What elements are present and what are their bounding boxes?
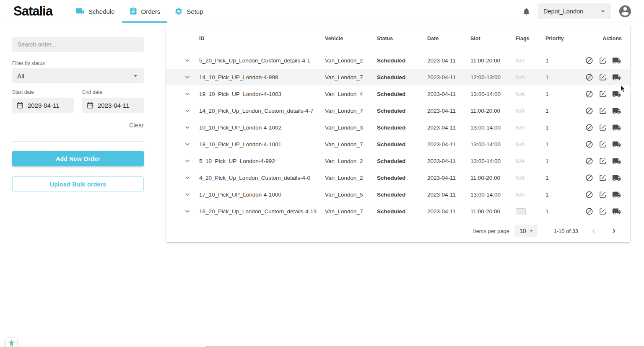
dropdown-arrow-icon	[599, 7, 607, 16]
actions-cell	[584, 207, 630, 216]
slot-cell: 11:00-20:00	[470, 175, 516, 181]
user-avatar-icon[interactable]	[618, 4, 632, 18]
actions-cell	[584, 106, 630, 115]
edit-order-icon[interactable]	[599, 140, 607, 149]
edit-order-icon[interactable]	[599, 73, 607, 82]
column-header-vehicle: Vehicle	[325, 36, 377, 41]
start-date-input[interactable]: 2023-04-11	[12, 98, 74, 113]
row-expand-chevron-icon[interactable]	[183, 56, 192, 65]
end-date-input[interactable]: 2023-04-11	[82, 98, 144, 113]
date-cell: 2023-04-11	[427, 108, 470, 114]
cancel-order-icon[interactable]	[585, 56, 593, 65]
tab-setup-label: Setup	[187, 8, 203, 15]
row-expand-chevron-icon[interactable]	[183, 140, 192, 148]
flags-cell: N/A	[516, 57, 545, 64]
row-expand-chevron-icon[interactable]	[183, 90, 192, 98]
start-date-value: 2023-04-11	[28, 102, 60, 109]
previous-page-icon[interactable]	[589, 226, 598, 236]
assign-vehicle-icon[interactable]	[612, 174, 621, 182]
flags-cell: N/A	[516, 124, 545, 131]
tab-orders-label: Orders	[141, 8, 161, 15]
status-cell: Scheduled	[377, 108, 427, 114]
assign-vehicle-icon[interactable]	[612, 157, 621, 166]
tab-setup[interactable]: Setup	[167, 0, 210, 23]
cancel-order-icon[interactable]	[585, 106, 593, 115]
edit-order-icon[interactable]	[599, 174, 607, 182]
edit-order-icon[interactable]	[599, 123, 607, 132]
search-order-input[interactable]	[12, 37, 144, 52]
top-bar: Satalia Schedule Orders Setup Depot_Lond…	[0, 0, 644, 23]
accessibility-widget[interactable]	[6, 338, 17, 347]
assign-vehicle-icon[interactable]	[612, 73, 621, 82]
edit-order-icon[interactable]	[599, 106, 607, 115]
cancel-order-icon[interactable]	[585, 123, 593, 132]
edit-order-icon[interactable]	[599, 207, 607, 216]
row-expand-chevron-icon[interactable]	[183, 174, 192, 182]
assign-vehicle-icon[interactable]	[612, 90, 621, 98]
add-new-order-button[interactable]: Add New Order	[12, 151, 144, 166]
cancel-order-icon[interactable]	[585, 190, 593, 199]
slot-cell: 12:00-13:00	[470, 74, 516, 80]
vehicle-cell: Van_London_5	[325, 192, 377, 198]
cancel-order-icon[interactable]	[585, 174, 593, 182]
table-row: 19_10_Pick_UP_London-4-1003 Van_London_4…	[166, 85, 630, 102]
status-filter-select[interactable]: All	[12, 68, 144, 83]
assign-vehicle-icon[interactable]	[612, 207, 621, 216]
main-nav: Schedule Orders Setup	[68, 0, 210, 23]
row-expand-chevron-icon[interactable]	[183, 157, 192, 165]
slot-cell: 11:00-20:00	[470, 57, 516, 64]
upload-bulk-orders-button[interactable]: Upload Bulk orders	[12, 176, 144, 192]
priority-cell: 1	[545, 108, 584, 114]
edit-order-icon[interactable]	[599, 56, 607, 65]
assign-vehicle-icon[interactable]	[612, 56, 621, 65]
flags-cell: N/A	[516, 74, 545, 80]
date-range-filters: Start date 2023-04-11 End date 2023-04-1…	[12, 89, 144, 113]
assign-vehicle-icon[interactable]	[612, 123, 621, 132]
flags-value: ...	[516, 208, 526, 215]
actions-cell	[584, 123, 630, 132]
row-expand-chevron-icon[interactable]	[183, 73, 192, 81]
flags-cell: N/A	[516, 175, 545, 181]
priority-cell: 1	[545, 91, 584, 97]
column-header-flags: Flags	[516, 36, 545, 41]
clear-filters-link[interactable]: Clear	[129, 122, 144, 129]
cancel-order-icon[interactable]	[585, 157, 593, 166]
row-expand-chevron-icon[interactable]	[183, 207, 192, 215]
row-expand-chevron-icon[interactable]	[183, 106, 192, 115]
status-filter-value: All	[17, 73, 24, 80]
status-cell: Scheduled	[377, 57, 427, 64]
cancel-order-icon[interactable]	[585, 140, 593, 149]
order-id-cell: 5_20_Pick_Up_London_Custom_details-4-1	[199, 57, 325, 64]
status-cell: Scheduled	[377, 208, 427, 215]
notification-bell-icon[interactable]	[522, 7, 531, 16]
edit-order-icon[interactable]	[599, 190, 607, 199]
flags-value: N/A	[516, 108, 525, 114]
order-id-cell: 17_10_Pick_UP_London-4-1000	[199, 192, 325, 198]
vehicle-cell: Van_London_7	[325, 74, 377, 80]
cancel-order-icon[interactable]	[585, 207, 593, 216]
cancel-order-icon[interactable]	[585, 73, 593, 82]
items-per-page-select[interactable]: 10	[514, 225, 538, 237]
vehicle-cell: Van_London_7	[325, 208, 377, 215]
assign-vehicle-icon[interactable]	[612, 190, 621, 199]
actions-cell	[584, 56, 630, 65]
depot-selector[interactable]: Depot_London	[538, 3, 611, 19]
next-page-icon[interactable]	[609, 226, 618, 236]
cancel-order-icon[interactable]	[585, 90, 593, 98]
edit-order-icon[interactable]	[599, 157, 607, 166]
assign-vehicle-icon[interactable]	[612, 106, 621, 115]
actions-cell	[584, 140, 630, 149]
tab-schedule[interactable]: Schedule	[68, 0, 122, 23]
orders-clipboard-icon	[129, 7, 138, 16]
assign-vehicle-icon[interactable]	[612, 140, 621, 149]
row-expand-chevron-icon[interactable]	[183, 123, 192, 132]
items-per-page-value: 10	[519, 228, 526, 234]
table-row: 5_20_Pick_Up_London_Custom_details-4-1 V…	[166, 52, 630, 69]
vehicle-cell: Van_London_2	[325, 158, 377, 164]
tab-orders[interactable]: Orders	[122, 0, 168, 23]
status-cell: Scheduled	[377, 175, 427, 181]
edit-order-icon[interactable]	[599, 90, 607, 98]
date-cell: 2023-04-11	[427, 192, 470, 198]
flags-cell: N/A	[516, 108, 545, 114]
row-expand-chevron-icon[interactable]	[183, 190, 192, 199]
